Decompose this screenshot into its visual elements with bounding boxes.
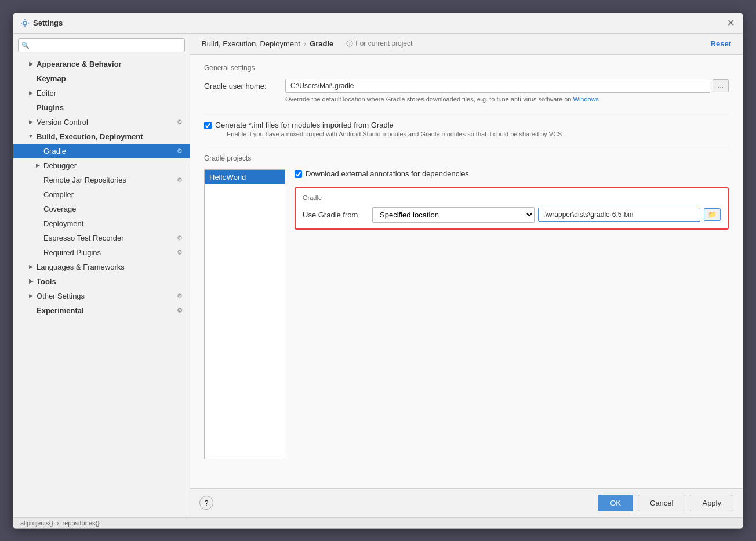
sidebar-item-label: Appearance & Behavior bbox=[37, 60, 122, 68]
svg-rect-2 bbox=[24, 26, 26, 27]
help-button[interactable]: ? bbox=[199, 496, 213, 510]
arrow-icon: ▶ bbox=[27, 292, 34, 299]
project-item-helloworld[interactable]: HelloWorld bbox=[205, 170, 285, 184]
sidebar-item-label: Espresso Test Recorder bbox=[43, 234, 124, 242]
download-annotations-checkbox[interactable] bbox=[295, 170, 302, 178]
title-bar-left: Settings bbox=[20, 19, 63, 28]
sidebar-item-coverage[interactable]: Coverage bbox=[13, 202, 190, 216]
sync-icon: ⚙ bbox=[177, 307, 183, 314]
svg-rect-3 bbox=[21, 23, 22, 24]
gradle-location-select[interactable]: Specified location bbox=[372, 207, 535, 223]
sidebar-item-build-exec[interactable]: ▼ Build, Execution, Deployment bbox=[13, 129, 190, 144]
sidebar-item-other-settings[interactable]: ▶ Other Settings ⚙ bbox=[13, 289, 190, 303]
breadcrumb-current: Gradle bbox=[310, 39, 333, 48]
arrow-icon: ▶ bbox=[27, 278, 34, 285]
statusbar-sep: › bbox=[57, 520, 59, 527]
sidebar-item-label: Plugins bbox=[37, 103, 64, 112]
arrow-icon bbox=[34, 234, 41, 241]
arrow-icon: ▶ bbox=[34, 162, 41, 169]
project-list: HelloWorld bbox=[204, 169, 285, 459]
cancel-button[interactable]: Cancel bbox=[638, 495, 685, 511]
arrow-icon bbox=[34, 205, 41, 212]
arrow-icon bbox=[34, 176, 41, 183]
content-header: Build, Execution, Deployment › Gradle i … bbox=[190, 34, 743, 55]
gradle-user-home-control: ... Override the default location where … bbox=[285, 79, 729, 104]
sidebar-item-label: Editor bbox=[37, 89, 56, 97]
gradle-user-home-browse-button[interactable]: ... bbox=[713, 79, 729, 92]
arrow-icon bbox=[34, 249, 41, 256]
sidebar-item-editor[interactable]: ▶ Editor bbox=[13, 86, 190, 100]
search-box: 🔍 bbox=[18, 38, 185, 52]
breadcrumb-info: i For current project bbox=[346, 39, 412, 48]
sidebar-item-required-plugins[interactable]: Required Plugins ⚙ bbox=[13, 245, 190, 260]
sidebar: 🔍 ▶ Appearance & Behavior Keymap ▶ Edito… bbox=[13, 34, 190, 517]
sidebar-item-remote-jar[interactable]: Remote Jar Repositories ⚙ bbox=[13, 173, 190, 187]
sidebar-item-tools[interactable]: ▶ Tools bbox=[13, 274, 190, 289]
svg-point-0 bbox=[23, 21, 27, 25]
download-annotations-label: Download external annotations for depend… bbox=[306, 169, 469, 178]
gradle-path-browse-button[interactable]: 📁 bbox=[704, 208, 721, 221]
gradle-path-input[interactable] bbox=[538, 208, 700, 222]
download-checkbox-row: Download external annotations for depend… bbox=[295, 169, 729, 178]
arrow-icon: ▶ bbox=[27, 118, 34, 125]
sidebar-item-label: Languages & Frameworks bbox=[37, 263, 125, 271]
arrow-icon: ▶ bbox=[27, 263, 34, 270]
arrow-icon: ▼ bbox=[27, 133, 34, 140]
arrow-icon: ▶ bbox=[27, 60, 34, 67]
arrow-icon bbox=[34, 147, 41, 154]
sidebar-item-label: Tools bbox=[37, 277, 56, 286]
use-gradle-from-label: Use Gradle from bbox=[303, 210, 366, 219]
project-settings: Download external annotations for depend… bbox=[295, 169, 729, 230]
sidebar-item-label: Compiler bbox=[43, 190, 74, 199]
arrow-icon bbox=[27, 75, 34, 82]
sidebar-item-debugger[interactable]: ▶ Debugger bbox=[13, 158, 190, 173]
search-input[interactable] bbox=[18, 38, 185, 52]
sidebar-item-label: Experimental bbox=[37, 306, 84, 315]
sync-icon: ⚙ bbox=[177, 292, 183, 300]
sidebar-item-keymap[interactable]: Keymap bbox=[13, 71, 190, 86]
close-button[interactable]: ✕ bbox=[725, 18, 736, 28]
dialog-body: 🔍 ▶ Appearance & Behavior Keymap ▶ Edito… bbox=[13, 34, 743, 517]
sidebar-item-version-control[interactable]: ▶ Version Control ⚙ bbox=[13, 115, 190, 129]
search-icon: 🔍 bbox=[21, 41, 30, 49]
settings-icon bbox=[20, 19, 30, 28]
sidebar-item-deployment[interactable]: Deployment bbox=[13, 216, 190, 231]
gradle-user-home-input-row: ... bbox=[285, 79, 729, 93]
sidebar-item-label: Remote Jar Repositories bbox=[43, 176, 126, 184]
divider2 bbox=[204, 146, 729, 146]
sidebar-item-espresso[interactable]: Espresso Test Recorder ⚙ bbox=[13, 231, 190, 245]
sync-icon: ⚙ bbox=[177, 249, 183, 256]
sidebar-item-appearance[interactable]: ▶ Appearance & Behavior bbox=[13, 57, 190, 71]
sidebar-item-label: Deployment bbox=[43, 219, 83, 228]
svg-rect-4 bbox=[28, 23, 29, 24]
ok-button[interactable]: OK bbox=[598, 495, 633, 511]
bottom-bar: ? OK Cancel Apply bbox=[190, 488, 743, 517]
sidebar-item-compiler[interactable]: Compiler bbox=[13, 187, 190, 202]
sidebar-item-label: Gradle bbox=[43, 147, 66, 155]
sidebar-item-label: Build, Execution, Deployment bbox=[37, 132, 143, 141]
main-content: Build, Execution, Deployment › Gradle i … bbox=[190, 34, 743, 517]
svg-rect-1 bbox=[24, 19, 26, 20]
projects-area: HelloWorld Download external annotations… bbox=[204, 169, 729, 459]
gradle-user-home-help-link[interactable]: Windows bbox=[573, 96, 599, 103]
settings-dialog: Settings ✕ 🔍 ▶ Appearance & Behavior Key… bbox=[13, 13, 743, 529]
statusbar-text2: repositories{} bbox=[63, 520, 100, 527]
apply-button[interactable]: Apply bbox=[690, 495, 733, 511]
sync-icon: ⚙ bbox=[177, 118, 183, 126]
reset-button[interactable]: Reset bbox=[711, 39, 731, 48]
sync-icon: ⚙ bbox=[177, 176, 183, 184]
arrow-icon bbox=[27, 307, 34, 314]
sidebar-item-experimental[interactable]: Experimental ⚙ bbox=[13, 303, 190, 318]
title-bar: Settings ✕ bbox=[13, 13, 743, 34]
bottom-buttons: OK Cancel Apply bbox=[598, 495, 733, 511]
iml-checkbox[interactable] bbox=[204, 122, 212, 129]
gradle-user-home-input[interactable] bbox=[285, 79, 710, 93]
gradle-section-title: Gradle bbox=[303, 194, 721, 201]
sidebar-item-languages[interactable]: ▶ Languages & Frameworks bbox=[13, 260, 190, 274]
statusbar-text1: allprojects{} bbox=[20, 520, 53, 527]
sidebar-item-label: Required Plugins bbox=[43, 248, 101, 257]
sidebar-item-plugins[interactable]: Plugins bbox=[13, 100, 190, 115]
gradle-user-home-label: Gradle user home: bbox=[204, 79, 285, 90]
sidebar-item-gradle[interactable]: Gradle ⚙ bbox=[13, 144, 190, 158]
gradle-user-home-help: Override the default location where Grad… bbox=[285, 95, 729, 104]
